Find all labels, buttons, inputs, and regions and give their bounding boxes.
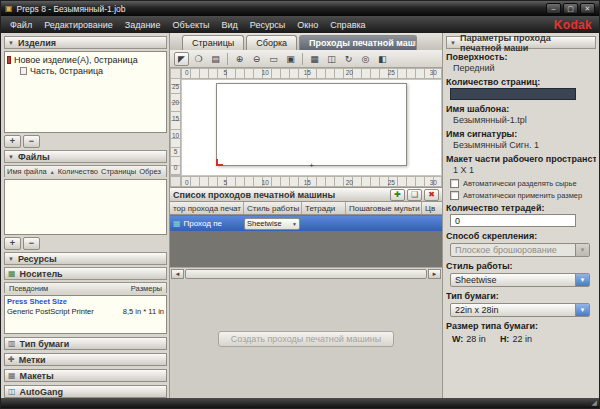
auto-size-label: Автоматически применить размер — [463, 191, 582, 200]
title-bar[interactable]: ▣ Preps 8 - Безымянный-1.job – ▢ ✕ — [1, 1, 599, 16]
binding-style-select[interactable]: Плоское брошюрование ▼ — [450, 243, 590, 257]
measure-icon[interactable]: ◎ — [358, 52, 373, 66]
table-row-press-run[interactable]: ▦ Проход пе Sheetwise ▼ — [170, 216, 442, 231]
height-label: H: — [500, 334, 510, 344]
tab-press-runs[interactable]: Проходы печатной маши — [299, 35, 417, 50]
press-run-params-header[interactable]: ▼ Параметры прохода печатной маши — [446, 36, 596, 49]
press-sheet-view[interactable]: + — [181, 79, 442, 176]
kodak-logo: Kodak — [554, 18, 596, 32]
menu-item-file[interactable]: Файл — [4, 18, 38, 32]
minimize-button[interactable]: – — [546, 3, 561, 14]
create-press-runs-button[interactable]: Создать проходы печатной машины — [218, 331, 395, 347]
maximize-button[interactable]: ▢ — [563, 3, 578, 14]
resources-col-alias[interactable]: Псевдоним — [9, 284, 48, 293]
files-column-header[interactable]: Имя файла ▲ Количество Страницы Обрез — [4, 165, 167, 177]
files-col-pages[interactable]: Страницы — [101, 167, 136, 176]
menu-item-window[interactable]: Окно — [291, 18, 324, 32]
section-count-input[interactable]: 0 — [450, 214, 576, 227]
column-sections[interactable]: Тетради — [302, 202, 346, 214]
zoom-in-icon[interactable]: ⊕ — [232, 52, 247, 66]
files-list[interactable] — [4, 179, 167, 235]
press-run-name-cell[interactable]: ▦ Проход пе — [170, 219, 244, 228]
menu-item-resources[interactable]: Ресурсы — [244, 18, 292, 32]
ruler-tick-label: 25 — [388, 179, 395, 186]
ruler-tick-label: 15 — [304, 69, 311, 76]
page-tool-icon[interactable]: ▤ — [208, 52, 223, 66]
work-style-select[interactable]: Sheetwise ▼ — [450, 273, 590, 287]
files-section-header[interactable]: ▼ Файлы — [4, 150, 167, 163]
media-section-button[interactable]: ▦ Носитель — [4, 267, 167, 280]
menu-item-job[interactable]: Задание — [119, 18, 167, 32]
tab-assembly[interactable]: Сборка — [246, 35, 297, 50]
work-style-dropdown[interactable]: Sheetwise ▼ — [244, 218, 300, 230]
pan-tool-icon[interactable]: ❍ — [191, 52, 206, 66]
list-item-generic-printer[interactable]: Generic PostScript Printer 8,5 in * 11 i… — [7, 307, 164, 317]
view-tabs: Страницы Сборка Проходы печатной маши — [170, 33, 442, 50]
grid-icon[interactable]: ▦ — [307, 52, 322, 66]
auto-size-checkbox[interactable] — [450, 191, 459, 200]
tree-item-part[interactable]: Часть, 0страница — [7, 65, 164, 76]
add-file-button[interactable]: + — [4, 237, 21, 250]
paper-type-select[interactable]: 22in x 28in ▼ — [450, 303, 590, 317]
files-col-count[interactable]: Количество — [58, 167, 98, 176]
resize-grip-icon[interactable]: ◢ — [592, 399, 597, 407]
autogang-section-button[interactable]: ◫ AutoGang — [4, 385, 167, 398]
chevron-down-icon: ▼ — [292, 221, 297, 227]
press-run-list-title: Список проходов печатной машины — [173, 190, 335, 200]
paper-height: H:22 in — [500, 334, 532, 344]
scrollbar-thumb[interactable] — [185, 269, 427, 279]
auto-split-checkbox-row[interactable]: Автоматически разделять сырье — [450, 179, 596, 188]
zoom-out-icon[interactable]: ⊖ — [249, 52, 264, 66]
column-step-multi[interactable]: Пошаговые мульти — [346, 202, 422, 214]
remove-product-button[interactable]: − — [23, 135, 40, 148]
fit-width-icon[interactable]: ▭ — [266, 52, 281, 66]
guides-icon[interactable]: ◫ — [324, 52, 339, 66]
column-press-run-id[interactable]: тор прохода печат — [170, 202, 244, 214]
tree-item-product[interactable]: Новое изделие(A), 0страница — [7, 54, 164, 65]
templates-section-button[interactable]: ▦ Макеты — [4, 369, 167, 382]
scroll-right-icon[interactable]: ► — [428, 269, 441, 279]
chevron-down-icon: ▼ — [575, 304, 589, 316]
marks-section-button[interactable]: ✚ Метки — [4, 353, 167, 366]
products-section-header[interactable]: ▼ Изделия — [4, 36, 167, 49]
menu-item-objects[interactable]: Объекты — [166, 18, 215, 32]
files-col-trim[interactable]: Обрез — [139, 167, 161, 176]
ruler-tick-label: 30 — [430, 69, 437, 76]
fit-page-icon[interactable]: ▣ — [283, 52, 298, 66]
auto-split-label: Автоматически разделять сырье — [463, 179, 577, 188]
resources-col-sizes[interactable]: Размеры — [131, 284, 162, 293]
part-label: Часть, 0страница — [30, 66, 103, 76]
page-count-field[interactable] — [450, 88, 576, 100]
resources-column-header[interactable]: Псевдоним Размеры — [4, 282, 167, 293]
column-work-style[interactable]: Стиль работы — [244, 202, 302, 214]
menu-item-help[interactable]: Справка — [324, 18, 371, 32]
resources-section-header[interactable]: ▼ Ресурсы — [4, 252, 167, 265]
ruler-tick-label: 10 — [262, 179, 269, 186]
horizontal-scrollbar[interactable]: ◄ ► — [170, 267, 442, 279]
list-item-press-sheet-size[interactable]: Press Sheet Size — [7, 297, 164, 307]
chevron-down-icon: ▼ — [575, 244, 589, 256]
select-tool-icon[interactable]: ◤ — [174, 52, 189, 66]
add-product-button[interactable]: + — [4, 135, 21, 148]
menu-item-edit[interactable]: Редактирование — [38, 18, 119, 32]
product-label: Новое изделие(A), 0страница — [14, 55, 138, 65]
duplicate-press-run-button[interactable]: ❏ — [407, 189, 422, 201]
menu-item-view[interactable]: Вид — [216, 18, 244, 32]
auto-size-checkbox-row[interactable]: Автоматически применить размер — [450, 191, 596, 200]
templates-icon: ▦ — [8, 371, 16, 380]
autogang-icon: ◫ — [8, 387, 16, 396]
paper-type-section-button[interactable]: ▥ Тип бумаги — [4, 337, 167, 350]
remove-file-button[interactable]: − — [23, 237, 40, 250]
press-sheet-page[interactable]: + — [216, 83, 408, 167]
add-press-run-button[interactable]: ✚ — [390, 189, 405, 201]
files-col-name[interactable]: Имя файла — [7, 167, 47, 176]
right-panel: ▼ Параметры прохода печатной маши Поверх… — [443, 33, 599, 398]
delete-press-run-button[interactable]: ✖ — [424, 189, 439, 201]
scroll-left-icon[interactable]: ◄ — [171, 269, 184, 279]
rotate-icon[interactable]: ↻ — [341, 52, 356, 66]
preview-icon[interactable]: ◧ — [375, 52, 390, 66]
column-color[interactable]: Цв — [422, 202, 442, 214]
auto-split-checkbox[interactable] — [450, 179, 459, 188]
close-button[interactable]: ✕ — [580, 3, 595, 14]
tab-pages[interactable]: Страницы — [182, 35, 244, 50]
